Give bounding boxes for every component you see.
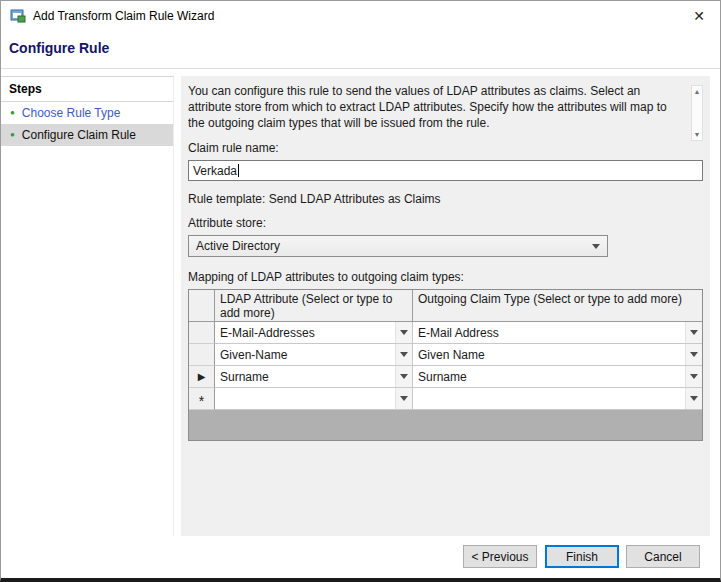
sidebar-item-choose-rule-type[interactable]: ● Choose Rule Type: [1, 102, 173, 124]
window-title: Add Transform Claim Rule Wizard: [33, 9, 214, 23]
chevron-down-icon[interactable]: [685, 322, 702, 343]
step-label: Choose Rule Type: [22, 106, 121, 120]
ldap-attribute-cell[interactable]: Given-Name: [215, 344, 413, 366]
column-header-outgoing-claim-type[interactable]: Outgoing Claim Type (Select or type to a…: [413, 290, 702, 322]
main-panel: You can configure this rule to send the …: [181, 76, 710, 536]
claim-rule-name-value: Verkada: [193, 164, 237, 178]
ldap-attribute-cell[interactable]: Surname: [215, 366, 413, 388]
row-selector[interactable]: ▶: [189, 366, 215, 388]
claim-rule-name-label: Claim rule name:: [188, 141, 703, 155]
footer: < Previous Finish Cancel: [1, 536, 720, 578]
steps-header: Steps: [1, 77, 173, 102]
row-selector[interactable]: [189, 322, 215, 344]
scroll-down-icon[interactable]: ▼: [694, 129, 701, 140]
step-bullet-icon: ●: [10, 131, 15, 139]
attribute-store-select[interactable]: Active Directory: [188, 235, 608, 257]
add-transform-claim-rule-wizard-window: Add Transform Claim Rule Wizard ✕ Config…: [0, 0, 721, 582]
table-corner[interactable]: [189, 290, 215, 322]
claim-rule-name-input[interactable]: Verkada: [188, 160, 703, 181]
row-selector[interactable]: *: [189, 388, 215, 410]
description-text: You can configure this rule to send the …: [188, 83, 685, 131]
chevron-down-icon[interactable]: [685, 388, 702, 409]
attribute-store-label: Attribute store:: [188, 216, 703, 230]
wizard-icon: [10, 8, 26, 24]
outgoing-claim-cell[interactable]: Given Name: [413, 344, 702, 366]
table-filler: [189, 410, 702, 440]
scroll-up-icon[interactable]: ▲: [694, 86, 701, 97]
steps-panel: Steps ● Choose Rule Type ● Configure Cla…: [1, 76, 174, 536]
chevron-down-icon[interactable]: [395, 366, 412, 387]
cell-value: Given-Name: [215, 348, 287, 362]
cell-value: Surname: [215, 370, 269, 384]
previous-button[interactable]: < Previous: [463, 545, 537, 568]
close-button[interactable]: ✕: [678, 1, 720, 31]
current-row-marker: ▶: [198, 371, 206, 382]
cell-value: E-Mail-Addresses: [215, 326, 315, 340]
finish-button[interactable]: Finish: [545, 545, 619, 568]
close-icon: ✕: [693, 8, 705, 24]
row-selector[interactable]: [189, 344, 215, 366]
description-area: You can configure this rule to send the …: [188, 83, 703, 131]
new-row-marker: *: [199, 391, 204, 406]
cell-value: E-Mail Address: [413, 326, 499, 340]
chevron-down-icon[interactable]: [395, 344, 412, 365]
chevron-down-icon[interactable]: [395, 322, 412, 343]
chevron-down-icon: [592, 244, 600, 249]
chevron-down-icon[interactable]: [685, 344, 702, 365]
ldap-attribute-cell[interactable]: [215, 388, 413, 410]
step-bullet-icon: ●: [10, 109, 15, 117]
chevron-down-icon[interactable]: [395, 388, 412, 409]
title-bar: Add Transform Claim Rule Wizard ✕: [1, 1, 720, 31]
cell-value: Surname: [413, 370, 467, 384]
mapping-table: LDAP Attribute (Select or type to add mo…: [188, 289, 703, 441]
sidebar-item-configure-claim-rule[interactable]: ● Configure Claim Rule: [1, 124, 173, 146]
outgoing-claim-cell[interactable]: Surname: [413, 366, 702, 388]
cell-value: Given Name: [413, 348, 485, 362]
chevron-down-icon[interactable]: [685, 366, 702, 387]
step-label: Configure Claim Rule: [22, 128, 136, 142]
ldap-attribute-cell[interactable]: E-Mail-Addresses: [215, 322, 413, 344]
outgoing-claim-cell[interactable]: [413, 388, 702, 410]
text-caret: [238, 164, 239, 177]
rule-template-text: Rule template: Send LDAP Attributes as C…: [188, 192, 703, 206]
outgoing-claim-cell[interactable]: E-Mail Address: [413, 322, 702, 344]
column-header-ldap-attribute[interactable]: LDAP Attribute (Select or type to add mo…: [215, 290, 413, 322]
page-title: Configure Rule: [9, 40, 109, 56]
description-scrollbar[interactable]: ▲ ▼: [691, 85, 703, 141]
heading-divider: [1, 68, 720, 69]
cancel-button[interactable]: Cancel: [626, 545, 700, 568]
mapping-table-label: Mapping of LDAP attributes to outgoing c…: [188, 270, 703, 284]
attribute-store-value: Active Directory: [196, 239, 280, 253]
